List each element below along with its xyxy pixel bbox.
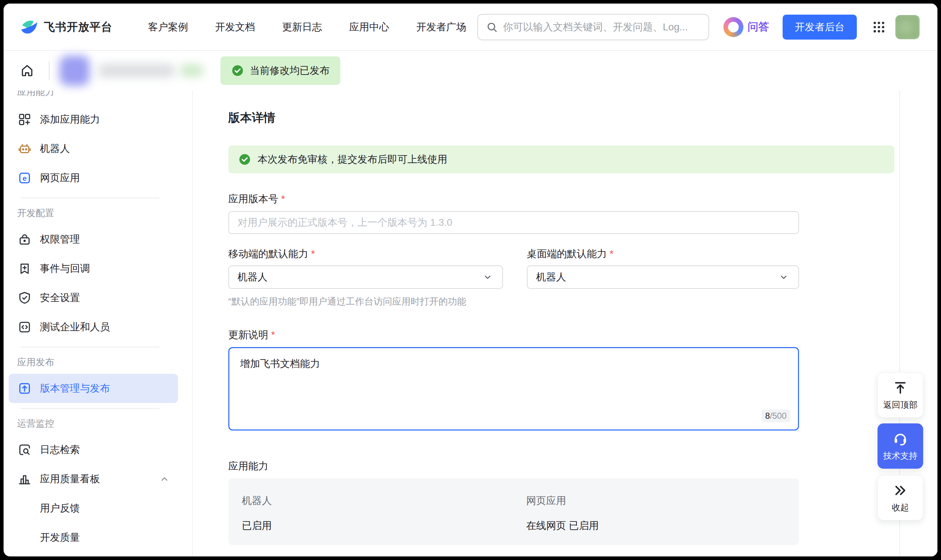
log-search-icon <box>17 442 32 457</box>
search-placeholder: 你可以输入文档关键词、开发问题、Log... <box>503 20 688 34</box>
default-capability-row: 移动端的默认能力* 机器人 “默认的应用功能”即用户通过工作台访问应用时打开的功… <box>228 247 894 308</box>
code-square-icon <box>17 320 32 335</box>
no-review-banner: 本次发布免审核，提交发布后即可上线使用 <box>228 146 894 173</box>
search-icon <box>486 21 498 33</box>
back-to-top-label: 返回顶部 <box>883 399 918 411</box>
capabilities-section-label: 应用能力 <box>228 459 894 473</box>
nav-item-dev-plaza[interactable]: 开发者广场 <box>416 20 466 34</box>
brand[interactable]: 飞书开放平台 <box>20 17 112 37</box>
sidebar-item-label: 日志检索 <box>40 443 80 457</box>
sidebar-item-log-search[interactable]: 日志检索 <box>3 435 192 465</box>
sidebar-item-dev-quality[interactable]: 开发质量 <box>3 523 192 552</box>
divider <box>21 347 160 348</box>
changelog-label: 更新说明* <box>228 328 894 342</box>
developer-console-button[interactable]: 开发者后台 <box>783 15 857 40</box>
nav-item-app-center[interactable]: 应用中心 <box>349 20 389 34</box>
home-icon[interactable] <box>20 63 35 78</box>
sidebar-item-test-company[interactable]: 测试企业和人员 <box>3 312 192 342</box>
mobile-capability-select[interactable]: 机器人 <box>228 265 503 289</box>
qa-label: 问答 <box>748 20 769 34</box>
tech-support-button[interactable]: 技术支持 <box>878 423 923 469</box>
divider <box>21 408 160 409</box>
tech-support-label: 技术支持 <box>883 450 918 462</box>
changelog-textarea[interactable]: 增加飞书文档能力 <box>229 348 798 429</box>
collapse-label: 收起 <box>892 502 909 513</box>
collapse-button[interactable]: 收起 <box>878 475 923 520</box>
banner-text: 本次发布免审核，提交发布后即可上线使用 <box>258 153 447 166</box>
sidebar-section-dev-config: 开发配置 <box>3 207 192 219</box>
required-asterisk: * <box>271 329 275 340</box>
mobile-capability-label: 移动端的默认能力* <box>228 247 503 261</box>
sidebar-item-bot[interactable]: 机器人 <box>3 134 192 163</box>
chevron-down-icon <box>481 271 494 283</box>
changelog-textarea-container: 增加飞书文档能力 8/500 <box>228 347 799 431</box>
sidebar-item-web-app[interactable]: e 网页应用 <box>3 163 192 192</box>
sidebar-item-add-capability[interactable]: 添加应用能力 <box>3 105 192 134</box>
published-status-text: 当前修改均已发布 <box>250 64 330 77</box>
upload-square-icon <box>17 381 32 396</box>
nav-item-changelog[interactable]: 更新日志 <box>282 20 322 34</box>
user-avatar[interactable] <box>895 15 919 39</box>
desktop-capability-select[interactable]: 机器人 <box>527 265 799 289</box>
chevron-down-icon <box>778 271 790 283</box>
bookmark-plus-icon <box>17 261 32 276</box>
check-circle-icon <box>238 153 251 166</box>
sidebar-item-label: 机器人 <box>40 142 70 155</box>
required-asterisk: * <box>311 248 315 259</box>
app-grid-icon[interactable] <box>872 20 886 34</box>
published-status-badge: 当前修改均已发布 <box>220 56 340 85</box>
avatar-blurred-image <box>895 15 919 39</box>
mobile-capability-value: 机器人 <box>238 270 268 284</box>
divider <box>49 62 49 80</box>
sidebar-item-security[interactable]: 安全设置 <box>3 283 192 312</box>
app-logo-blurred <box>60 55 89 86</box>
desktop-capability-value: 机器人 <box>536 270 566 284</box>
sidebar-item-label: 版本管理与发布 <box>40 382 110 395</box>
char-counter: 8/500 <box>761 409 790 422</box>
desktop-capability-label: 桌面端的默认能力* <box>527 247 799 261</box>
nav-item-cases[interactable]: 客户案例 <box>148 20 188 34</box>
main-panel: 版本详情 本次发布免审核，提交发布后即可上线使用 应用版本号* 移动端的默 <box>193 91 938 557</box>
page-title: 版本详情 <box>228 110 894 126</box>
capability-name: 机器人 <box>242 494 526 508</box>
app-header-bar: 当前修改均已发布 <box>3 51 938 91</box>
version-field-label: 应用版本号* <box>228 192 894 206</box>
sidebar-item-label: 开发质量 <box>40 531 80 544</box>
sidebar-item-label: 安全设置 <box>40 291 80 305</box>
top-navbar: 飞书开放平台 客户案例 开发文档 更新日志 应用中心 开发者广场 你可以输入文档… <box>3 3 938 51</box>
back-to-top-button[interactable]: 返回顶部 <box>878 372 923 418</box>
shield-check-icon <box>17 290 32 305</box>
qa-entry[interactable]: 问答 <box>723 17 769 37</box>
sidebar-section-app-capability: 应用能力 <box>3 91 192 98</box>
sidebar-item-permissions[interactable]: 权限管理 <box>3 225 192 254</box>
app-name-blurred <box>98 64 175 77</box>
sidebar-item-events-callbacks[interactable]: 事件与回调 <box>3 254 192 283</box>
sidebar-section-app-release: 应用发布 <box>3 356 192 368</box>
feishu-logo-icon <box>20 17 39 37</box>
app-tag-blurred <box>180 65 203 77</box>
version-detail-content: 版本详情 本次发布免审核，提交发布后即可上线使用 应用版本号* 移动端的默 <box>193 91 894 557</box>
capability-hint: “默认的应用功能”即用户通过工作台访问应用时打开的功能 <box>228 295 503 308</box>
web-app-icon: e <box>17 171 32 186</box>
sidebar-item-quality-dashboard[interactable]: 应用质量看板 <box>3 465 192 494</box>
divider <box>21 198 160 198</box>
sidebar-item-label: 网页应用 <box>40 171 80 185</box>
sidebar-section-ops-monitoring: 运营监控 <box>3 417 192 429</box>
check-circle-icon <box>231 64 244 77</box>
capabilities-box: 机器人 已启用 网页应用 在线网页 已启用 <box>228 478 799 545</box>
required-asterisk: * <box>610 248 613 259</box>
qa-ring-icon <box>723 17 743 37</box>
search-input[interactable]: 你可以输入文档关键词、开发问题、Log... <box>477 14 709 40</box>
sidebar-item-user-feedback[interactable]: 用户反馈 <box>3 494 192 523</box>
sidebar-item-label: 权限管理 <box>40 232 80 246</box>
nav-item-docs[interactable]: 开发文档 <box>215 20 255 34</box>
sidebar-item-version-management[interactable]: 版本管理与发布 <box>9 374 178 403</box>
sidebar-item-label: 事件与回调 <box>40 262 90 275</box>
chevron-up-icon[interactable] <box>159 473 170 485</box>
grid-plus-icon <box>17 112 32 127</box>
headset-icon <box>892 431 908 446</box>
arrow-up-to-line-icon <box>892 380 908 395</box>
sidebar-item-label: 用户反馈 <box>40 502 80 515</box>
double-chevron-right-icon <box>892 483 908 498</box>
version-input[interactable] <box>228 211 799 234</box>
